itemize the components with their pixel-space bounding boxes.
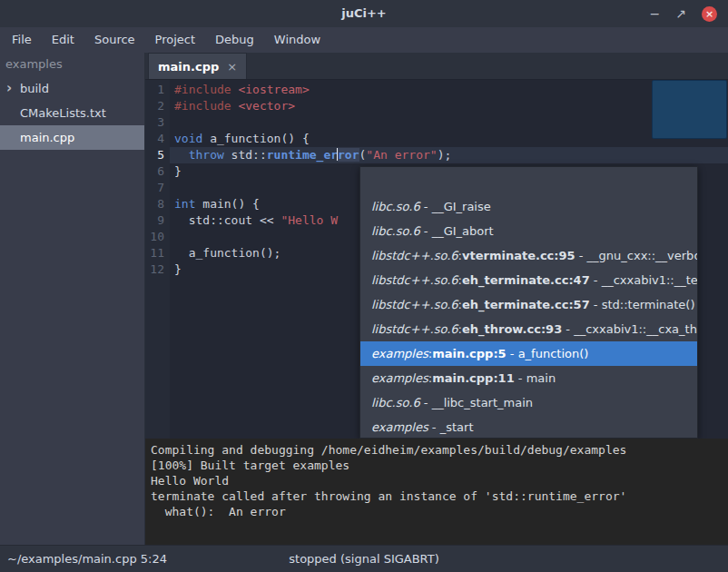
menu-item-edit[interactable]: Edit [42, 27, 84, 53]
code-line[interactable]: void a_function() { [170, 131, 728, 147]
backtrace-function: std::terminate() [602, 298, 695, 311]
menu-item-project[interactable]: Project [145, 27, 205, 53]
file-tree: ›buildCMakeLists.txtmain.cpp [0, 76, 144, 150]
backtrace-location: vterminate.cc:95 [462, 249, 576, 262]
backtrace-separator: - [420, 200, 432, 213]
backtrace-item[interactable]: examples:main.cpp:5 - a_function() [360, 341, 697, 366]
backtrace-item[interactable]: libstdc++.so.6:eh_throw.cc:93 - __cxxabi… [360, 317, 697, 341]
code-token: main() { [195, 197, 259, 211]
code-line[interactable]: throw std::runtime_error("An error"); [170, 147, 728, 163]
code-token: std:: [224, 148, 267, 162]
backtrace-module: libc.so.6 [371, 396, 420, 409]
menu-bar: FileEditSourceProjectDebugWindow [0, 27, 728, 53]
project-folder-label: examples [0, 53, 144, 76]
backtrace-function: __GI_raise [432, 200, 491, 213]
terminal-output[interactable]: Compiling and debugging /home/eidheim/ex… [145, 439, 728, 545]
backtrace-location: main.cpp:11 [432, 371, 515, 385]
backtrace-location: eh_throw.cc:93 [462, 322, 562, 336]
line-number: 9 [145, 212, 170, 229]
backtrace-function: __cxxabiv1::__term [602, 273, 697, 287]
tree-item-label: build [20, 82, 49, 95]
backtrace-separator: - [420, 396, 432, 409]
backtrace-separator: - [590, 273, 602, 287]
line-number: 4 [145, 131, 170, 147]
type-tooltip-popup [652, 80, 727, 139]
code-token [174, 148, 189, 162]
code-token: <vector> [238, 99, 295, 113]
backtrace-function: main [526, 371, 556, 385]
menu-item-file[interactable]: File [2, 27, 42, 53]
backtrace-separator: - [515, 371, 526, 385]
backtrace-separator: - [576, 249, 587, 262]
chevron-right-icon[interactable]: › [6, 76, 12, 101]
backtrace-item[interactable]: libstdc++.so.6:vterminate.cc:95 - __gnu_… [360, 243, 697, 268]
code-token: a_function() { [202, 132, 309, 145]
window-title: juCi++ [0, 0, 728, 27]
code-token: "Hello W [280, 213, 338, 227]
backtrace-popup: libc.so.6 - __GI_raiselibc.so.6 - __GI_a… [359, 166, 698, 439]
tree-item-label: CMakeLists.txt [20, 106, 106, 120]
code-line[interactable]: #include <iostream> [170, 82, 728, 98]
backtrace-module: examples [371, 420, 428, 434]
line-number: 12 [145, 261, 170, 278]
code-token: std::cout << [174, 213, 280, 227]
title-bar[interactable]: juCi++ − ↗ × [0, 0, 728, 28]
backtrace-item[interactable]: examples - _start [360, 415, 697, 439]
status-debug-state: stopped (signal SIGABRT) [289, 546, 438, 572]
backtrace-separator: - [590, 298, 602, 311]
backtrace-function: __gnu_cxx::__verbos [587, 249, 697, 262]
backtrace-module: libstdc++.so.6 [371, 322, 458, 336]
minimize-icon[interactable]: − [650, 7, 661, 20]
code-token: } [174, 262, 182, 276]
line-number: 7 [145, 180, 170, 196]
backtrace-function: _start [440, 420, 474, 434]
backtrace-function: __GI_abort [432, 224, 494, 238]
backtrace-module: examples [371, 347, 428, 360]
status-bar: ~/examples/main.cpp 5:24 stopped (signal… [0, 545, 728, 572]
window-controls: − ↗ × [650, 0, 717, 27]
backtrace-module: libc.so.6 [371, 200, 420, 213]
code-token: void [174, 132, 202, 145]
backtrace-item[interactable]: libc.so.6 - __GI_raise [360, 194, 697, 219]
backtrace-item[interactable]: libstdc++.so.6:eh_terminate.cc:47 - __cx… [360, 268, 697, 292]
status-file-position: ~/examples/main.cpp 5:24 [7, 546, 167, 572]
tree-item-label: main.cpp [20, 131, 74, 144]
restore-icon[interactable]: ↗ [675, 7, 686, 20]
backtrace-item[interactable]: libc.so.6 - __libc_start_main [360, 390, 697, 415]
line-number: 10 [145, 229, 170, 245]
file-explorer: examples ›buildCMakeLists.txtmain.cpp [0, 53, 145, 545]
menu-item-window[interactable]: Window [264, 27, 330, 53]
line-number: 3 [145, 114, 170, 131]
backtrace-location: main.cpp:5 [432, 347, 507, 360]
close-icon[interactable]: × [702, 6, 717, 22]
code-line[interactable] [170, 114, 728, 131]
backtrace-location: eh_terminate.cc:47 [462, 273, 590, 287]
backtrace-item[interactable]: libc.so.6 - __GI_abort [360, 219, 697, 243]
terminal-line: what(): An error [151, 504, 723, 519]
code-token: #include [174, 99, 238, 113]
backtrace-location: eh_terminate.cc:57 [462, 298, 590, 311]
tree-item-cmakelists-txt[interactable]: CMakeLists.txt [0, 101, 144, 125]
backtrace-module: libstdc++.so.6 [371, 273, 458, 287]
backtrace-separator: - [562, 322, 574, 336]
tree-item-main-cpp[interactable]: main.cpp [0, 125, 144, 150]
backtrace-separator: - [428, 420, 440, 434]
tab-main-cpp[interactable]: main.cpp× [148, 53, 247, 79]
backtrace-item[interactable]: examples:main.cpp:11 - main [360, 366, 697, 390]
terminal-line: terminate called after throwing an insta… [151, 488, 723, 504]
menu-item-source[interactable]: Source [84, 27, 145, 53]
tree-item-build[interactable]: ›build [0, 76, 144, 101]
tab-close-icon[interactable]: × [227, 60, 237, 74]
line-number: 5 [145, 147, 170, 163]
backtrace-item[interactable]: libstdc++.so.6:eh_terminate.cc:57 - std:… [360, 292, 697, 317]
backtrace-module: libstdc++.so.6 [371, 249, 458, 262]
code-token: throw [189, 148, 224, 162]
code-token: } [174, 164, 182, 178]
code-line[interactable]: #include <vector> [170, 98, 728, 114]
line-number: 11 [145, 245, 170, 261]
line-number: 2 [145, 98, 170, 114]
code-token: ror [338, 148, 359, 162]
menu-item-debug[interactable]: Debug [205, 27, 264, 53]
gutter: 123456789101112 [145, 80, 170, 439]
code-token: int [174, 197, 195, 211]
